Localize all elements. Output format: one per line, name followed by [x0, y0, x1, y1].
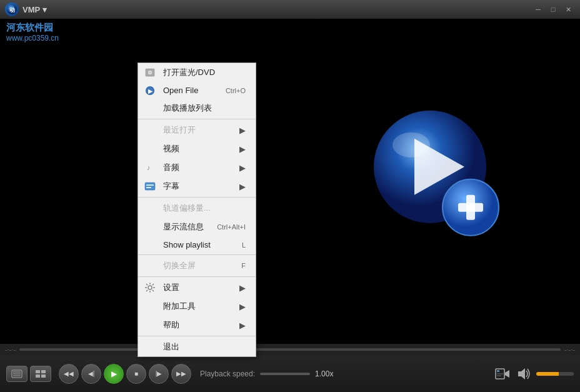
menu-item-subtitle[interactable]: 字幕 ▶: [138, 177, 256, 196]
svg-rect-15: [145, 183, 155, 190]
menu-item-fullscreen[interactable]: 切换全屏 F: [138, 256, 256, 275]
settings-icon: [143, 281, 157, 294]
bluray-icon: [143, 66, 157, 79]
svg-marker-28: [505, 370, 509, 378]
thumbnail-view-button[interactable]: [30, 366, 51, 382]
menu-shortcut-show-playlist: L: [242, 241, 246, 249]
right-controls: [494, 365, 574, 383]
menu-label-video: 视频: [163, 143, 179, 154]
separator-2: [138, 197, 256, 198]
separator-1: [138, 119, 256, 119]
menu-item-settings[interactable]: 设置 ▶: [138, 278, 256, 297]
menu-label-open-file: Open File: [163, 86, 198, 95]
menu-label-subtitle: 字幕: [163, 181, 179, 192]
playback-speed-label: Playback speed:: [200, 369, 255, 378]
menu-label-recent: 最近打开: [163, 124, 196, 136]
svg-rect-16: [146, 184, 154, 186]
arrow-recent: ▶: [239, 126, 246, 135]
maximize-button[interactable]: □: [546, 4, 560, 15]
seek-bar-area: -·-·- -·-·-: [0, 344, 580, 355]
svg-text:动: 动: [9, 7, 15, 13]
menu-item-show-playlist[interactable]: Show playlist L: [138, 236, 256, 253]
menu-shortcut-open-file: Ctrl+O: [226, 87, 246, 94]
menu-label-open-bluray: 打开蓝光/DVD: [163, 67, 215, 78]
menu-label-audio: 音频: [163, 162, 179, 173]
control-bar: -·-·- -·-·- ◀◀ ◀|: [0, 344, 580, 392]
arrow-settings: ▶: [239, 283, 246, 293]
menu-item-addons[interactable]: 附加工具 ▶: [138, 297, 256, 316]
separator-5: [138, 336, 256, 336]
menu-item-track-move[interactable]: 轨道偏移量...: [138, 199, 256, 218]
audio-icon: ♪: [143, 161, 157, 174]
window-controls: ─ □ ✕: [531, 4, 575, 15]
audio-button[interactable]: [515, 365, 532, 383]
menu-item-exit[interactable]: 退出: [138, 338, 256, 356]
menu-item-load-playlist[interactable]: 加载播放列表: [138, 99, 256, 118]
forward-icon: ▶▶: [176, 370, 186, 377]
separator-3: [138, 254, 256, 255]
titlebar: 动 VMP ▾ ─ □ ✕: [0, 0, 580, 19]
minimize-button[interactable]: ─: [531, 4, 545, 15]
playlist-view-button[interactable]: [6, 366, 28, 382]
rewind-button[interactable]: ◀◀: [59, 364, 79, 384]
menu-label-help: 帮助: [163, 319, 179, 331]
stop-icon: ■: [134, 370, 138, 377]
vmp-play-logo: [368, 104, 505, 244]
time-start: -·-·-: [5, 346, 16, 353]
svg-rect-23: [36, 370, 40, 373]
rewind-icon: ◀◀: [64, 370, 74, 377]
svg-rect-26: [41, 374, 46, 378]
menu-item-audio[interactable]: ♪ 音频 ▶: [138, 158, 256, 177]
context-menu: 打开蓝光/DVD ▶ Open File Ctrl+O 加载播放列表 最近打开 …: [138, 63, 256, 357]
svg-rect-24: [41, 370, 46, 373]
svg-rect-25: [36, 374, 40, 378]
arrow-help: ▶: [239, 321, 246, 330]
menu-label-show-playlist: Show playlist: [163, 240, 211, 249]
menu-label-exit: 退出: [163, 341, 179, 353]
video-area[interactable]: 打开蓝光/DVD ▶ Open File Ctrl+O 加载播放列表 最近打开 …: [0, 19, 580, 344]
titlebar-left: 动 VMP ▾: [5, 3, 47, 16]
seek-bar[interactable]: [19, 348, 561, 351]
menu-label-stream-info: 显示流信息: [163, 221, 204, 233]
video-mode-button[interactable]: [494, 365, 511, 383]
menu-item-recent[interactable]: 最近打开 ▶: [138, 121, 256, 139]
menu-label-settings: 设置: [163, 282, 179, 293]
controls-row: ◀◀ ◀| ▶ ■ |▶ ▶▶ Playback speed: 1.00x: [0, 355, 580, 392]
app-logo: 动: [5, 3, 19, 16]
volume-slider[interactable]: [536, 372, 574, 376]
close-button[interactable]: ✕: [561, 4, 575, 15]
menu-item-open-bluray[interactable]: 打开蓝光/DVD: [138, 63, 256, 82]
separator-4: [138, 276, 256, 277]
menu-label-fullscreen: 切换全屏: [163, 260, 196, 271]
menu-label-load-playlist: 加载播放列表: [163, 103, 212, 114]
play-button[interactable]: ▶: [104, 364, 124, 384]
prev-icon: ◀|: [88, 370, 95, 377]
svg-rect-7: [458, 203, 483, 212]
prev-button[interactable]: ◀|: [81, 364, 101, 384]
app-title: VMP ▾: [22, 5, 47, 14]
menu-shortcut-fullscreen: F: [241, 262, 246, 269]
time-end: -·-·-: [564, 346, 575, 353]
svg-text:♪: ♪: [147, 164, 151, 171]
playback-speed-area: Playback speed: 1.00x: [200, 369, 333, 378]
svg-text:▶: ▶: [148, 88, 153, 94]
arrow-video: ▶: [239, 144, 246, 154]
menu-label-addons: 附加工具: [163, 301, 196, 312]
menu-label-track-move: 轨道偏移量...: [163, 203, 211, 214]
svg-rect-29: [497, 370, 499, 372]
subtitle-icon: [143, 179, 157, 193]
next-button[interactable]: |▶: [149, 364, 169, 384]
svg-point-10: [149, 72, 151, 73]
speed-slider[interactable]: [260, 373, 310, 375]
forward-button[interactable]: ▶▶: [171, 364, 191, 384]
menu-item-help[interactable]: 帮助 ▶: [138, 316, 256, 334]
menu-item-open-file[interactable]: ▶ Open File Ctrl+O: [138, 82, 256, 99]
svg-point-18: [148, 286, 152, 289]
menu-item-video[interactable]: 视频 ▶: [138, 139, 256, 158]
menu-item-stream-info[interactable]: 显示流信息 Ctrl+Alt+I: [138, 218, 256, 236]
speed-value: 1.00x: [315, 369, 333, 378]
menu-shortcut-stream-info: Ctrl+Alt+I: [217, 223, 246, 231]
stop-button[interactable]: ■: [126, 364, 146, 384]
svg-rect-17: [146, 187, 151, 188]
arrow-addons: ▶: [239, 302, 246, 311]
